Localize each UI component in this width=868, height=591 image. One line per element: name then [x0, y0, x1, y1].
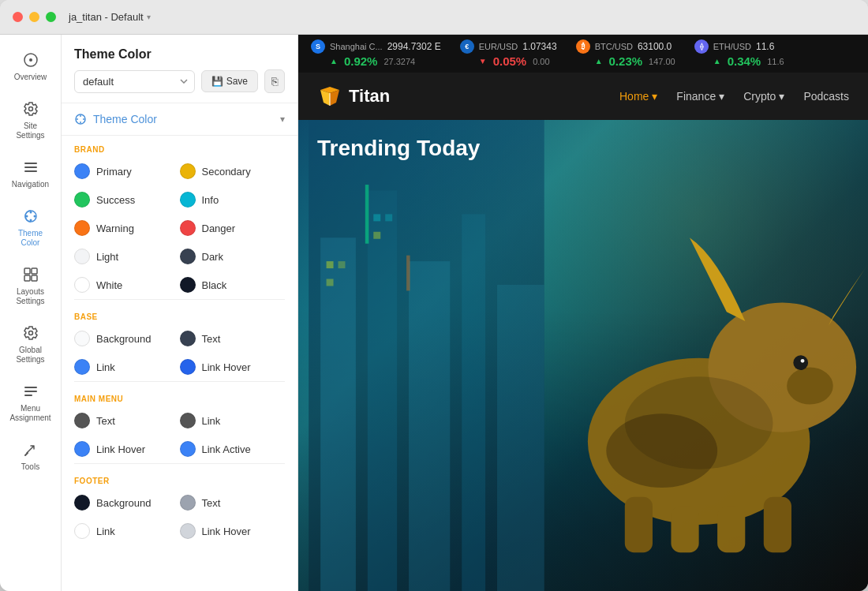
sidebar-item-global-settings[interactable]: Global Settings	[4, 317, 58, 372]
svg-rect-4	[24, 166, 37, 168]
panel-title: Theme Color	[74, 47, 285, 62]
color-info[interactable]: Info	[180, 189, 286, 211]
divider-3	[74, 463, 285, 464]
svg-point-23	[77, 118, 78, 120]
site-menu-item-podcasts[interactable]: Podcasts	[803, 90, 849, 103]
site-logo-text: Titan	[349, 86, 390, 107]
svg-point-9	[29, 219, 32, 222]
site-menu-item-finance[interactable]: Finance ▾	[676, 90, 724, 103]
color-light[interactable]: Light	[74, 245, 180, 267]
color-text[interactable]: Text	[180, 327, 286, 350]
sidebar-item-theme-color[interactable]: Theme Color	[4, 200, 58, 256]
color-footer-link-hover[interactable]: Link Hover	[180, 520, 286, 542]
app-window: ja_titan - Default ▾ Overview	[0, 0, 868, 591]
svg-point-21	[83, 118, 84, 120]
color-black[interactable]: Black	[180, 274, 286, 296]
logo-icon	[317, 84, 342, 109]
layouts-settings-icon	[23, 267, 39, 285]
btcusd-pct: 0.23%	[609, 54, 643, 68]
sidebar-item-layouts-settings[interactable]: Layouts Settings	[4, 259, 58, 314]
theme-color-section-title: Theme Color	[93, 113, 157, 125]
shanghai-sub: 27.3274	[383, 57, 415, 66]
save-icon: 💾	[211, 76, 223, 87]
fullscreen-button[interactable]	[46, 12, 56, 22]
color-link[interactable]: Link	[74, 356, 180, 378]
copy-button[interactable]: ⎘	[264, 69, 285, 93]
color-white[interactable]: White	[74, 274, 180, 296]
color-danger[interactable]: Danger	[180, 217, 286, 239]
link-hover-label: Link Hover	[202, 361, 251, 373]
link-hover-dot	[180, 359, 196, 375]
tools-icon	[23, 442, 39, 460]
theme-color-section-header[interactable]: Theme Color ▾	[62, 103, 297, 136]
shanghai-arrow-icon: ▲	[330, 57, 338, 65]
ethusd-pct: 0.34%	[728, 54, 761, 68]
success-label: Success	[96, 194, 135, 206]
svg-point-34	[606, 413, 717, 488]
sidebar-item-label: Tools	[21, 462, 39, 472]
sidebar-item-overview[interactable]: Overview	[4, 44, 58, 90]
sidebar-item-site-settings[interactable]: Site Settings	[4, 93, 58, 148]
brand-color-grid: Primary Secondary Success Info	[74, 160, 285, 296]
color-menu-link-hover[interactable]: Link Hover	[74, 438, 180, 460]
color-background[interactable]: Background	[74, 327, 180, 350]
color-footer-link[interactable]: Link	[74, 520, 180, 542]
minimize-button[interactable]	[29, 12, 39, 22]
white-label: White	[96, 279, 122, 291]
theme-dropdown[interactable]: default	[74, 70, 195, 93]
color-menu-link[interactable]: Link	[180, 410, 286, 432]
svg-point-20	[80, 115, 81, 117]
footer-text-dot	[180, 495, 196, 511]
divider-2	[74, 381, 285, 382]
footer-bg-label: Background	[96, 497, 151, 509]
color-footer-bg[interactable]: Background	[74, 492, 180, 514]
svg-rect-16	[24, 387, 37, 388]
color-menu-link-active[interactable]: Link Active	[180, 438, 286, 460]
color-link-hover[interactable]: Link Hover	[180, 356, 286, 378]
svg-point-1	[29, 58, 32, 62]
site-menu-item-crypto[interactable]: Crypto ▾	[743, 90, 784, 103]
text-label: Text	[202, 333, 221, 345]
danger-label: Danger	[202, 223, 236, 234]
color-secondary[interactable]: Secondary	[180, 160, 286, 182]
svg-rect-12	[32, 268, 37, 274]
svg-rect-40	[497, 285, 544, 591]
close-button[interactable]	[13, 12, 23, 22]
color-section: BRAND Primary Secondary Success	[62, 136, 297, 548]
svg-rect-14	[32, 275, 37, 281]
info-dot	[180, 192, 196, 208]
color-warning[interactable]: Warning	[74, 217, 180, 239]
ethusd-icon: ⟠	[694, 39, 709, 54]
ticker-bar: S Shanghai C... 2994.7302 E ▲ 0.92% 27.3…	[298, 35, 868, 73]
warning-dot	[74, 220, 90, 236]
title-chevron[interactable]: ▾	[147, 13, 151, 21]
secondary-label: Secondary	[202, 166, 251, 178]
svg-rect-42	[339, 261, 346, 268]
base-color-grid: Background Text Link Link Hover	[74, 327, 285, 378]
color-success[interactable]: Success	[74, 189, 180, 211]
footer-link-dot	[74, 523, 90, 539]
footer-link-hover-label: Link Hover	[202, 526, 251, 537]
svg-rect-30	[671, 506, 698, 552]
site-menu-item-home[interactable]: Home ▾	[619, 90, 657, 103]
sidebar-item-tools[interactable]: Tools	[4, 434, 58, 480]
window-title: ja_titan - Default ▾	[69, 11, 151, 23]
link-label: Link	[96, 361, 115, 373]
color-menu-text[interactable]: Text	[74, 410, 180, 432]
black-dot	[180, 277, 196, 293]
color-primary[interactable]: Primary	[74, 160, 180, 182]
color-footer-text[interactable]: Text	[180, 492, 286, 514]
menu-text-dot	[74, 413, 90, 428]
menu-text-label: Text	[96, 415, 115, 427]
sidebar-item-menu-assignment[interactable]: Menu Assignment	[4, 376, 58, 431]
save-button[interactable]: 💾 Save	[201, 70, 258, 92]
color-dark[interactable]: Dark	[180, 245, 286, 267]
svg-rect-41	[327, 261, 334, 268]
menu-link-label: Link	[202, 415, 221, 427]
footer-link-label: Link	[96, 526, 115, 537]
eurusd-arrow-icon: ▼	[479, 57, 487, 65]
primary-label: Primary	[96, 166, 132, 178]
sidebar-item-navigation[interactable]: Navigation	[4, 151, 58, 197]
panel-header: Theme Color default 💾 Save ⎘	[62, 35, 297, 103]
navigation-icon	[23, 159, 39, 178]
